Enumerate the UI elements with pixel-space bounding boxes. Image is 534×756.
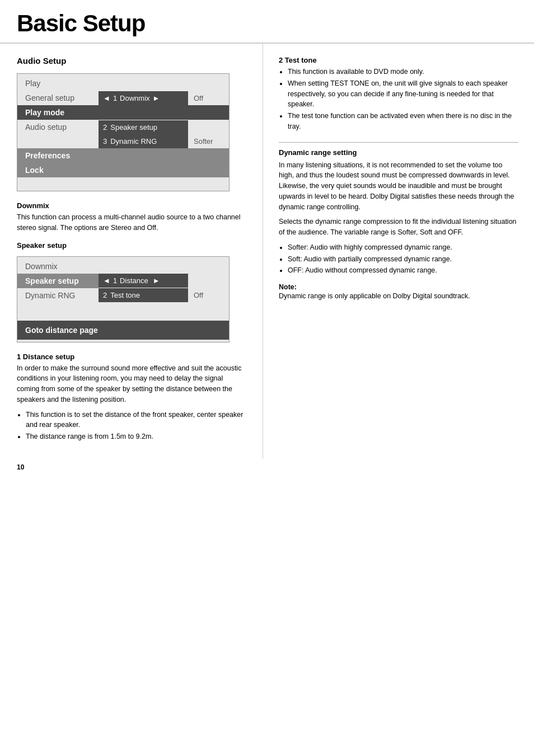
note-text: Dynamic range is only applicable on Dolb… — [279, 292, 470, 300]
menu-row-audio-setup[interactable]: Audio setup 2 Speaker setup — [17, 120, 229, 134]
speaker-setup-num: 2 — [103, 123, 107, 132]
content-area: Audio Setup Play General setup ◄ 1 Downm… — [0, 44, 534, 459]
speaker-setup-text: Speaker setup — [110, 123, 157, 132]
dynamic-rng-text: Dynamic RNG — [110, 137, 157, 145]
downmix-heading: Downmix — [17, 201, 246, 210]
dynamic-range-bullets: Softer: Audio with highly compressed dyn… — [288, 242, 518, 276]
right-column: 2 Test tone This function is available t… — [263, 44, 534, 459]
audio-setup-control[interactable]: 2 Speaker setup — [99, 120, 188, 134]
dynamic-range-text1: In many listening situations, it is not … — [279, 160, 518, 213]
dyn-bullet-soft: Soft: Audio with partially compressed dy… — [288, 254, 518, 265]
general-setup-control[interactable]: ◄ 1 Downmix ► — [99, 91, 188, 105]
audio-setup-label: Audio setup — [17, 120, 99, 134]
distance-bullet-1: This function is to set the distance of … — [26, 410, 246, 431]
menu-row-general-setup[interactable]: General setup ◄ 1 Downmix ► Off — [17, 91, 229, 105]
distance-bullet-2: The distance range is from 1.5m to 9.2m. — [26, 431, 246, 442]
menu-item-lock[interactable]: Lock — [17, 163, 229, 177]
menu2-test-tone-text: Test tone — [110, 291, 140, 299]
audio-setup-title: Audio Setup — [17, 56, 246, 65]
page-title: Basic Setup — [17, 10, 517, 37]
test-tone-bullet-2: When setting TEST TONE on, the unit will… — [288, 78, 518, 110]
downmix-value: Off — [188, 91, 209, 105]
menu2-dynamic-control[interactable]: 2 Test tone — [99, 288, 188, 302]
note-section: Note: Dynamic range is only applicable o… — [279, 283, 518, 302]
dynamic-rng-value: Softer — [188, 134, 219, 148]
menu2-arrow-right-icon: ► — [153, 276, 160, 285]
menu2-row-speaker-setup[interactable]: Speaker setup ◄ 1 Distance ► — [17, 274, 229, 288]
test-tone-heading: 2 Test tone — [279, 56, 518, 64]
arrow-left-icon: ◄ — [103, 94, 110, 102]
menu2-speaker-setup-label: Speaker setup — [17, 274, 99, 288]
test-tone-bullets: This function is available to DVD mode o… — [288, 67, 518, 132]
menu2-speaker-control[interactable]: ◄ 1 Distance ► — [99, 274, 188, 288]
dyn-bullet-softer: Softer: Audio with highly compressed dyn… — [288, 242, 518, 253]
footer: 10 — [0, 459, 534, 481]
dynamic-rng-side-label — [17, 139, 99, 144]
dynamic-rng-control[interactable]: 3 Dynamic RNG — [99, 134, 188, 148]
menu-item-playmode[interactable]: Play mode — [17, 105, 229, 120]
speaker-setup-heading: Speaker setup — [17, 241, 246, 250]
test-tone-bullet-3: The test tone function can be activated … — [288, 111, 518, 132]
page-header: Basic Setup — [0, 0, 534, 44]
menu-item-play[interactable]: Play — [17, 76, 229, 91]
distance-bullets: This function is to set the distance of … — [26, 410, 246, 442]
menu-row-dynamic-rng[interactable]: 3 Dynamic RNG Softer — [17, 134, 229, 148]
goto-distance-bar[interactable]: Goto distance page — [17, 321, 229, 340]
distance-heading: 1 Distance setup — [17, 353, 246, 361]
menu2-distance-text: Distance — [120, 276, 148, 285]
audio-setup-menu: Play General setup ◄ 1 Downmix ► Off Pla… — [17, 73, 229, 191]
arrow-right-icon: ► — [153, 94, 160, 102]
distance-body: In order to make the surround sound more… — [17, 363, 246, 405]
menu-item-preferences[interactable]: Preferences — [17, 148, 229, 163]
test-tone-value: Off — [188, 288, 209, 302]
note-label: Note: — [279, 283, 297, 291]
test-tone-bullet-1: This function is available to DVD mode o… — [288, 67, 518, 77]
page: Basic Setup Audio Setup Play General set… — [0, 0, 534, 481]
downmix-num: 1 — [113, 94, 117, 102]
menu2-row-dynamic-rng[interactable]: Dynamic RNG 2 Test tone Off — [17, 288, 229, 303]
dynamic-rng-num: 3 — [103, 137, 107, 145]
menu2-distance-num: 1 — [113, 276, 117, 285]
menu2-test-tone-num: 2 — [103, 291, 107, 299]
speaker-setup-menu: Downmix Speaker setup ◄ 1 Distance ► Dyn… — [17, 256, 229, 342]
menu2-arrow-left-icon: ◄ — [103, 276, 110, 285]
left-column: Audio Setup Play General setup ◄ 1 Downm… — [0, 44, 263, 459]
menu2-item-downmix[interactable]: Downmix — [17, 259, 229, 274]
dyn-bullet-off: OFF: Audio without compressed dynamic ra… — [288, 265, 518, 276]
general-setup-label: General setup — [17, 91, 99, 105]
downmix-body: This function can process a multi-channe… — [17, 212, 246, 233]
page-number: 10 — [17, 463, 24, 471]
dynamic-range-text2: Selects the dynamic range compression to… — [279, 217, 518, 238]
dynamic-range-heading: Dynamic range setting — [279, 142, 518, 157]
menu2-dynamic-rng-label: Dynamic RNG — [17, 288, 99, 303]
downmix-text: Downmix — [120, 94, 149, 102]
